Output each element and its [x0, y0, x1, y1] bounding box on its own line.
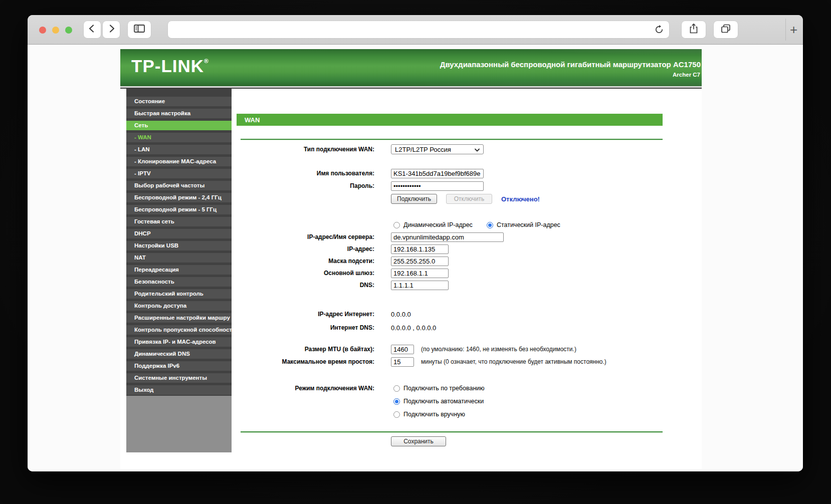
reload-icon[interactable]: [654, 25, 664, 35]
save-button[interactable]: Сохранить: [391, 436, 446, 446]
section-divider-bottom: [241, 431, 663, 433]
mask-input[interactable]: [391, 257, 449, 266]
username-row: Имя пользователя:: [232, 168, 702, 178]
sidebar-item-access-control[interactable]: Контроль доступа: [126, 301, 232, 311]
sidebar-item-wireless-5g[interactable]: Беспроводной режим - 5 ГГц: [126, 205, 232, 214]
sidebar-item-dynamic-dns[interactable]: Динамический DNS: [126, 349, 232, 359]
address-input[interactable]: [168, 21, 669, 38]
internet-dns-value: 0.0.0.0 , 0.0.0.0: [391, 324, 436, 332]
sidebar-item-mac-clone[interactable]: - Клонирование MAC-адреса: [126, 157, 232, 166]
wan-type-select[interactable]: L2TP/L2TP Россия: [391, 144, 484, 154]
connect-automatically-radio[interactable]: [393, 398, 400, 405]
sidebar-icon: [133, 24, 145, 36]
sidebar-item-band-selection[interactable]: Выбор рабочей частоты: [126, 181, 232, 190]
close-button[interactable]: [39, 27, 46, 34]
sidebar-item-security[interactable]: Безопасность: [126, 277, 232, 287]
idle-time-label: Максимальное время простоя:: [232, 358, 374, 365]
sidebar-item-nat[interactable]: NAT: [126, 253, 232, 263]
connect-manually-label: Подключить вручную: [403, 411, 465, 418]
sidebar-item-lan[interactable]: - LAN: [126, 145, 232, 154]
mask-label: Маска подсети:: [232, 258, 374, 265]
address-bar: [168, 21, 669, 38]
connect-on-demand-radio[interactable]: [393, 385, 400, 392]
sidebar-item-status[interactable]: Состояние: [126, 97, 232, 106]
router-model: Archer C7: [673, 72, 700, 78]
section-divider-top: [241, 139, 663, 140]
share-button[interactable]: [682, 21, 706, 38]
server-input[interactable]: [391, 232, 504, 242]
sidebar-item-parental-control[interactable]: Родительский контроль: [126, 289, 232, 299]
password-input[interactable]: [391, 181, 484, 191]
main-content: WAN Тип подключения WAN: L2TP/L2TP Росси…: [232, 89, 702, 469]
sidebar-toggle-button[interactable]: [128, 21, 151, 38]
internet-ip-value: 0.0.0.0: [391, 311, 411, 318]
sidebar-item-quick-setup[interactable]: Быстрая настройка: [126, 109, 232, 118]
chevron-right-icon: [106, 24, 116, 36]
page-title: WAN: [237, 114, 663, 126]
zoom-button[interactable]: [65, 27, 72, 34]
sidebar-item-usb-settings[interactable]: Настройки USB: [126, 241, 232, 250]
dynamic-ip-radio[interactable]: [393, 222, 400, 228]
tplink-logo: TP-LINK®: [131, 56, 209, 76]
connect-automatically-label: Подключить автоматически: [403, 398, 484, 405]
minimize-button[interactable]: [52, 27, 59, 34]
sidebar-menu: Состояние Быстрая настройка Сеть - WAN -…: [126, 89, 232, 396]
sidebar-item-ipv6[interactable]: Поддержка IPv6: [126, 361, 232, 371]
gateway-input[interactable]: [391, 269, 449, 278]
wan-mode-label: Режим подключения WAN:: [232, 385, 374, 392]
sidebar-item-bandwidth-control[interactable]: Контроль пропускной способност: [126, 325, 232, 335]
password-row: Пароль:: [232, 181, 702, 191]
router-header: TP-LINK® Двухдиапазонный беспроводной ги…: [120, 49, 702, 86]
tabs-overview-button[interactable]: [714, 21, 738, 38]
browser-window: + TP-LINK® Двухдиапазонный беспроводной …: [28, 15, 803, 471]
new-tab-button[interactable]: +: [784, 15, 803, 44]
wan-type-label: Тип подключения WAN:: [232, 146, 374, 153]
sidebar-item-network[interactable]: Сеть: [126, 121, 232, 130]
sidebar-margin: [120, 89, 126, 469]
sidebar: Состояние Быстрая настройка Сеть - WAN -…: [126, 89, 232, 452]
idle-time-row: Максимальное время простоя: минуты (0 оз…: [232, 357, 702, 367]
connect-manually-radio[interactable]: [393, 411, 400, 418]
internet-dns-label: Интернет DNS:: [232, 324, 374, 331]
idle-time-input[interactable]: [391, 357, 414, 367]
sidebar-item-logout[interactable]: Выход: [126, 385, 232, 395]
sidebar-item-ip-mac-binding[interactable]: Привязка IP- и MAC-адресов: [126, 337, 232, 347]
sidebar-item-dhcp[interactable]: DHCP: [126, 229, 232, 238]
username-input[interactable]: [391, 169, 484, 178]
wan-mode-row-ondemand: Режим подключения WAN: Подключить по тре…: [232, 383, 702, 393]
ip-label: IP-адрес:: [232, 245, 374, 253]
ip-row: IP-адрес:: [232, 244, 702, 254]
gateway-row: Основной шлюз:: [232, 268, 702, 278]
server-row: IP-адрес/Имя сервера:: [232, 232, 702, 242]
sidebar-item-advanced-routing[interactable]: Расширенные настройки маршру: [126, 313, 232, 323]
browser-viewport: TP-LINK® Двухдиапазонный беспроводной ги…: [28, 45, 803, 471]
connect-row: Подключить Отключить Отключено!: [232, 194, 702, 204]
sidebar-item-iptv[interactable]: - IPTV: [126, 169, 232, 178]
sidebar-item-guest-network[interactable]: Гостевая сеть: [126, 217, 232, 226]
mtu-input[interactable]: [391, 345, 414, 354]
password-label: Пароль:: [232, 182, 374, 189]
dns-input[interactable]: [391, 281, 449, 290]
sidebar-item-wan[interactable]: - WAN: [126, 133, 232, 142]
router-title: Двухдиапазонный беспроводной гигабитный …: [440, 60, 701, 69]
mtu-note: (по умолчанию: 1460, не изменять без нео…: [421, 346, 576, 353]
connect-on-demand-label: Подключить по требованию: [403, 385, 485, 392]
mtu-row: Размер MTU (в байтах): (по умолчанию: 14…: [232, 344, 702, 354]
sidebar-item-wireless-2g[interactable]: Беспроводной режим - 2,4 ГГц: [126, 193, 232, 202]
sidebar-item-forwarding[interactable]: Переадресация: [126, 265, 232, 275]
static-ip-label: Статический IP-адрес: [497, 221, 560, 228]
sidebar-item-system-tools[interactable]: Системные инструменты: [126, 373, 232, 383]
back-button[interactable]: [84, 21, 101, 38]
internet-dns-row: Интернет DNS: 0.0.0.0 , 0.0.0.0: [232, 323, 702, 333]
wan-mode-row-auto: Подключить автоматически: [232, 396, 702, 406]
router-page: TP-LINK® Двухдиапазонный беспроводной ги…: [120, 49, 702, 469]
forward-button[interactable]: [103, 21, 120, 38]
internet-ip-row: IP-адрес Интернет: 0.0.0.0: [232, 309, 702, 319]
idle-time-note: минуты (0 означает, что подключение буде…: [421, 358, 606, 365]
disconnect-button[interactable]: Отключить: [446, 194, 492, 204]
ip-mode-row: Динамический IP-адрес Статический IP-адр…: [232, 220, 702, 230]
ip-input[interactable]: [391, 244, 449, 254]
connect-button[interactable]: Подключить: [391, 194, 437, 204]
dns-row: DNS:: [232, 280, 702, 290]
static-ip-radio[interactable]: [487, 222, 493, 228]
